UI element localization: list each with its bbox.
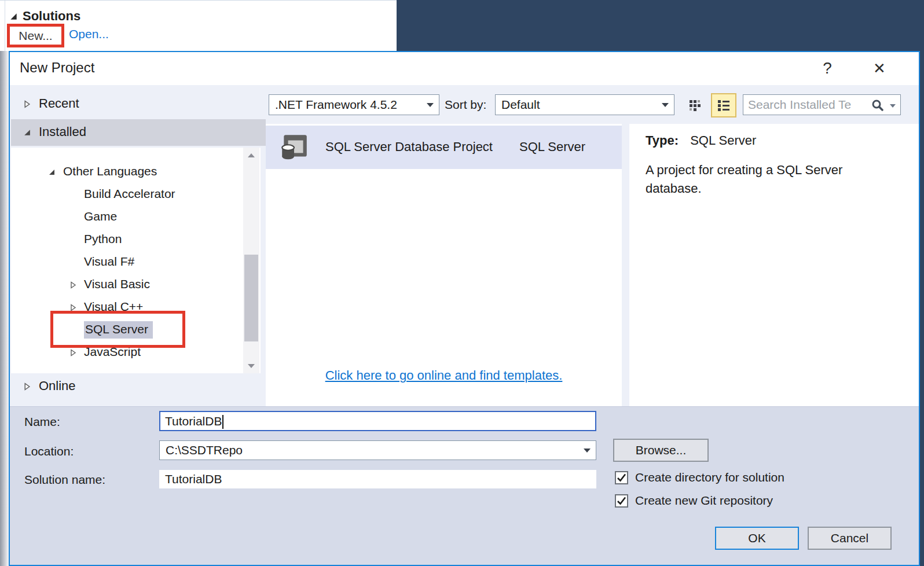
open-solution-link[interactable]: Open... (69, 27, 109, 41)
location-label: Location: (24, 444, 74, 458)
tree-item-label-selected: SQL Server (84, 321, 153, 339)
tree-item-build-accelerator[interactable]: Build Accelerator (11, 183, 261, 206)
panel-border (5, 1, 5, 52)
location-dropdown[interactable]: C:\SSDTRepo (159, 440, 596, 460)
help-button[interactable]: ? (816, 57, 839, 80)
solution-name-label: Solution name: (24, 473, 105, 487)
scroll-up-icon (247, 153, 255, 158)
solutions-header[interactable]: Solutions (9, 9, 80, 24)
chevron-down-icon (427, 103, 434, 107)
ok-button-label: OK (748, 531, 765, 545)
location-value: C:\SSDTRepo (166, 441, 243, 460)
collapsed-triangle-icon[interactable] (69, 281, 77, 289)
screen: Solutions New... Open... New Project ? ✕… (0, 0, 924, 566)
framework-dropdown[interactable]: .NET Framework 4.5.2 (269, 94, 439, 115)
expanded-triangle-icon[interactable] (48, 168, 56, 176)
search-box (743, 94, 901, 115)
search-input[interactable] (748, 96, 864, 113)
collapsed-triangle-icon (23, 383, 31, 391)
name-label: Name: (24, 415, 60, 429)
sort-by-label: Sort by: (445, 98, 486, 112)
installed-templates-tree: Other Languages Build Accelerator Game P… (11, 148, 261, 373)
small-icons-view-icon (688, 99, 701, 112)
template-name: SQL Server Database Project (325, 139, 493, 155)
sidebar-item-recent[interactable]: Recent (11, 91, 266, 117)
tree-item-label: Visual F# (84, 255, 134, 269)
tree-item-label: Python (84, 232, 122, 246)
template-language: SQL Server (519, 139, 585, 155)
sidebar-item-label: Installed (39, 124, 86, 139)
scrollbar-down-button[interactable] (243, 358, 259, 373)
tree-item-visual-basic[interactable]: Visual Basic (11, 274, 261, 296)
close-icon: ✕ (873, 60, 886, 78)
sidebar-item-label: Online (39, 378, 76, 394)
solutions-title: Solutions (23, 9, 80, 24)
create-git-checkbox-row[interactable]: Create new Git repository (615, 494, 773, 508)
tree-item-label: JavaScript (84, 345, 141, 359)
checkbox-checked-icon[interactable] (615, 494, 628, 508)
project-name-value: TutorialDB (165, 414, 222, 428)
tree-item-visual-cpp[interactable]: Visual C++ (11, 296, 261, 319)
tree-item-label: Other Languages (63, 164, 157, 178)
new-solution-label: New... (19, 29, 52, 43)
create-git-label: Create new Git repository (635, 494, 773, 508)
ok-button[interactable]: OK (715, 527, 799, 550)
sort-dropdown[interactable]: Default (495, 94, 674, 115)
sidebar-item-online[interactable]: Online (11, 373, 266, 399)
list-view-button[interactable] (711, 93, 736, 117)
project-settings-form: Name: TutorialDB Location: C:\SSDTRepo B… (10, 406, 919, 565)
scrollbar-up-button[interactable] (243, 148, 259, 163)
close-button[interactable]: ✕ (868, 57, 891, 80)
tree-item-label: Game (84, 210, 117, 223)
template-type-line: Type: SQL Server (646, 133, 756, 148)
text-caret (222, 415, 223, 429)
cancel-button[interactable]: Cancel (808, 527, 892, 550)
tree-item-javascript[interactable]: JavaScript (11, 341, 261, 364)
project-name-input[interactable]: TutorialDB (159, 411, 596, 431)
sidebar-item-installed[interactable]: Installed (11, 119, 266, 146)
new-solution-button[interactable]: New... (7, 24, 64, 47)
solutions-panel: Solutions New... Open... (0, 0, 397, 51)
sidebar-item-label: Recent (39, 96, 79, 111)
framework-dropdown-value: .NET Framework 4.5.2 (275, 95, 397, 115)
template-info-panel: Type: SQL Server A project for creating … (629, 124, 919, 406)
find-templates-online-link[interactable]: Click here to go online and find templat… (266, 368, 622, 383)
create-directory-label: Create directory for solution (635, 471, 784, 484)
collapsed-triangle-icon[interactable] (69, 349, 77, 356)
window-edge-shadow (0, 51, 9, 566)
chevron-down-icon (662, 103, 669, 107)
tree-item-other-languages[interactable]: Other Languages (11, 161, 261, 183)
scrollbar-thumb[interactable] (244, 255, 258, 341)
browse-button[interactable]: Browse... (613, 439, 709, 462)
template-list: SQL Server Database Project SQL Server C… (266, 124, 622, 406)
browse-button-label: Browse... (636, 443, 687, 457)
sort-dropdown-value: Default (501, 95, 540, 115)
list-view-icon (717, 98, 731, 112)
type-label: Type: (646, 133, 679, 148)
search-scope-chevron-icon[interactable] (890, 104, 896, 108)
small-icons-view-button[interactable] (683, 94, 706, 116)
solution-name-value: TutorialDB (165, 472, 222, 486)
scroll-down-icon (247, 363, 255, 369)
dialog-title: New Project (20, 60, 94, 76)
cancel-button-label: Cancel (831, 531, 868, 545)
tree-scrollbar[interactable] (243, 148, 259, 373)
sql-database-project-icon (278, 132, 310, 163)
solution-name-input[interactable]: TutorialDB (159, 470, 596, 488)
create-directory-checkbox-row[interactable]: Create directory for solution (615, 471, 784, 484)
tree-item-python[interactable]: Python (11, 229, 261, 251)
expanded-triangle-icon (9, 12, 18, 21)
tree-item-visual-fsharp[interactable]: Visual F# (11, 251, 261, 274)
template-description: A project for creating a SQL Server data… (646, 161, 866, 198)
vs-window-background (397, 0, 924, 51)
collapsed-triangle-icon[interactable] (69, 304, 77, 311)
search-icon[interactable] (871, 99, 884, 112)
help-icon: ? (823, 59, 832, 78)
tree-item-sql-server[interactable]: SQL Server (11, 319, 261, 341)
new-project-dialog: New Project ? ✕ .NET Framework 4.5.2 Sor… (9, 51, 920, 566)
expanded-triangle-icon (23, 128, 31, 137)
chevron-down-icon (584, 449, 591, 453)
template-item-sql-server-database-project[interactable]: SQL Server Database Project SQL Server (266, 126, 622, 169)
checkbox-checked-icon[interactable] (615, 471, 628, 484)
tree-item-game[interactable]: Game (11, 206, 261, 229)
